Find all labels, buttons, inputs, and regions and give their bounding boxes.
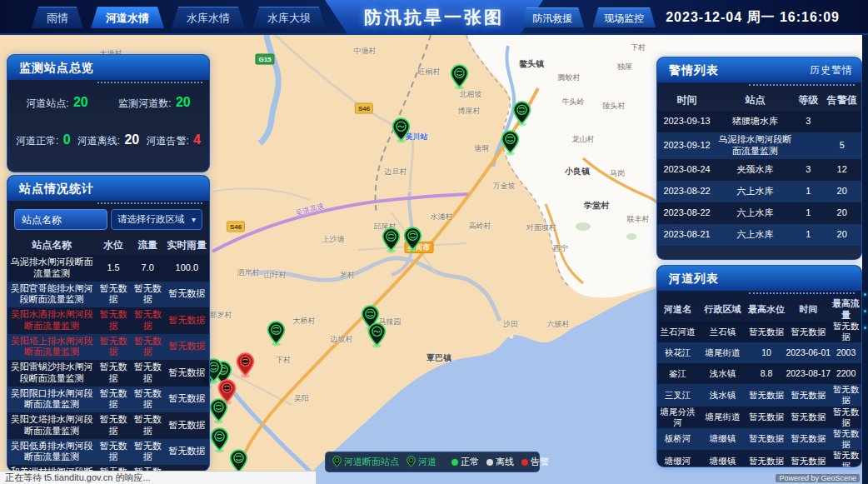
table-row[interactable]: 乌泥排水闸河段断面流量监测1.57.0100.0: [7, 255, 209, 282]
column-header: 河道名: [657, 304, 698, 316]
map-place-label: 下村: [631, 42, 646, 53]
map-marker-green-station[interactable]: [450, 64, 469, 90]
cell-value: 暂无数据: [131, 388, 165, 412]
map-place-label: 那罗村: [210, 310, 232, 321]
cell-level: 1: [794, 186, 822, 197]
column-header: 流量: [131, 239, 165, 252]
map-place-label: 吴阳: [294, 393, 309, 404]
column-header: 站点名称: [7, 237, 96, 253]
dashboard-screen: 大塘村中塘村旺榈村鳌头镇下村独屋腾蛟村牛头岭陵头村北相坡博屋村吴川站龙山村塘垌小…: [0, 0, 868, 484]
tab-水库水情[interactable]: 水库水情: [172, 7, 245, 28]
station-name-search-input[interactable]: [14, 209, 107, 230]
top-button-现场监控[interactable]: 现场监控: [592, 7, 656, 27]
tab-河道水情[interactable]: 河道水情: [91, 7, 164, 28]
map-place-label: 边旦村: [385, 167, 407, 177]
scrollbar-dot: [864, 327, 866, 329]
table-row[interactable]: 吴阳限口排水闸河段断面流量监测暂无数据暂无数据暂无数据: [7, 387, 209, 413]
scrollbar-dot: [864, 293, 866, 296]
cell-region: 塘缀镇: [698, 433, 747, 444]
map-place-label: 边坡村: [331, 334, 353, 345]
right-scrollbar[interactable]: [862, 35, 868, 484]
cell-time: 2023-09-13: [657, 116, 716, 127]
table-row[interactable]: 袂花江塘尾街道102023-06-012003: [657, 342, 861, 363]
map-marker-green-station[interactable]: [403, 227, 422, 252]
stat-item: 河道正常: 0: [16, 132, 71, 148]
table-row[interactable]: 吴阳塔上排水闸河段断面流量监测暂无数据暂无数据暂无数据: [7, 334, 209, 361]
cell-level: 暂无数据: [747, 433, 786, 444]
map-marker-green-station[interactable]: [501, 130, 520, 156]
map-place-label: 小良镇: [565, 166, 590, 177]
cell-station: 六上水库: [716, 227, 794, 242]
table-row[interactable]: 兰石河道兰石镇暂无数据暂无数据暂无数据: [657, 321, 861, 342]
scrollbar-dot: [864, 310, 866, 312]
chevron-down-icon: ▾: [192, 215, 196, 224]
map-marker-green-station[interactable]: [210, 427, 229, 453]
table-row[interactable]: 2023-08-22六上水库120: [657, 202, 861, 224]
cell-level: 1: [794, 207, 822, 219]
table-row[interactable]: 鉴江浅水镇8.82023-08-172200: [657, 363, 861, 384]
stat-value: 20: [176, 95, 191, 109]
table-row[interactable]: 板桥河塘缀镇暂无数据暂无数据暂无数据: [657, 428, 861, 450]
cell-value: 7.0: [131, 262, 165, 274]
table-row[interactable]: 吴阳官哥能排水闸河段断面流量监测暂无数据暂无数据暂无数据: [7, 282, 209, 308]
table-row[interactable]: 2023-08-21六上水库120: [657, 224, 861, 246]
map-marker-green-station[interactable]: [382, 227, 401, 253]
history-alerts-link[interactable]: 历史警情: [810, 57, 853, 82]
station-panel-title: 站点情况统计: [19, 182, 94, 195]
table-row[interactable]: 2023-09-12乌泥排水闸河段断面流量监测5: [657, 132, 861, 159]
table-row[interactable]: 吴阳低勇排水闸河段断面流量监测暂无数据暂无数据暂无数据: [7, 439, 209, 466]
cell-value: 暂无数据: [131, 441, 165, 464]
table-row[interactable]: 2023-09-13猪腰塘水库3: [657, 111, 861, 132]
cell-station: 夹颈水库: [716, 162, 794, 177]
map-marker-green-station[interactable]: [267, 321, 286, 347]
tab-水库大坝[interactable]: 水库大坝: [252, 7, 326, 28]
cell-value: 5: [822, 140, 861, 152]
map-place-label: 大桥村: [293, 316, 316, 327]
river-table-header: 河道名行政区域最高水位时间最高流量: [657, 299, 861, 321]
alert-panel-title: 警情列表: [669, 63, 719, 77]
map-place-label: 覃巴镇: [427, 352, 451, 364]
table-row[interactable]: 吴阳雷锡沙排水闸河段断面流量监测暂无数据暂无数据暂无数据: [7, 360, 209, 387]
map-marker-green-river[interactable]: [392, 117, 411, 143]
browser-status-bubble: 正在等待 t5.tianditu.gov.cn 的响应...: [0, 471, 317, 484]
cell-level: 8.8: [747, 368, 786, 379]
status-dot-icon: [486, 459, 493, 466]
legend-label: 告警: [531, 456, 549, 468]
cell-level: 暂无数据: [747, 390, 786, 401]
cell-time: 2023-06-01: [786, 347, 831, 358]
road-badge: S46: [355, 103, 373, 114]
table-row[interactable]: 2023-08-22六上水库120: [657, 181, 861, 202]
region-select-dropdown[interactable]: 请选择行政区域 ▾: [111, 209, 202, 230]
cell-value: 1.5: [96, 262, 130, 274]
top-button-防汛救援[interactable]: 防汛救援: [521, 7, 584, 27]
tab-雨情[interactable]: 雨情: [32, 7, 83, 28]
stat-value: 4: [193, 132, 201, 147]
table-row[interactable]: 吴阳水洒排水闸河段断面流量监测暂无数据暂无数据暂无数据: [7, 307, 209, 334]
top-right-controls: 防汛救援现场监控 2023-12-04 周一 16:16:09: [521, 0, 840, 35]
map-marker-green-station[interactable]: [512, 101, 531, 127]
map-place-label: 陵头村: [603, 101, 626, 112]
cell-level: 1: [794, 229, 822, 241]
table-row[interactable]: 2023-08-24夹颈水库312: [657, 159, 861, 181]
table-row[interactable]: 塘缀河塘缀镇暂无数据暂无数据暂无数据: [657, 450, 861, 467]
cell-region: 浅水镇: [698, 368, 747, 379]
map-pin-icon: [332, 456, 342, 468]
column-header: 实时雨量: [165, 239, 209, 252]
map-marker-green-river[interactable]: [367, 322, 387, 348]
map-marker-red-station[interactable]: [236, 352, 255, 378]
map-marker-green-station[interactable]: [209, 398, 228, 424]
cell-value: 100.0: [165, 262, 209, 274]
table-row[interactable]: 三叉江浅水镇暂无数据暂无数据暂无数据: [657, 384, 861, 406]
cell-value: 暂无数据: [165, 446, 209, 457]
table-row[interactable]: 吴阳文塔排水闸河段断面流量监测暂无数据暂无数据暂无数据: [7, 412, 209, 439]
cell-value: 暂无数据: [96, 441, 130, 464]
cell-value: 暂无数据: [165, 367, 209, 379]
cell-value: 12: [822, 164, 861, 176]
cell-river-name: 袂花江: [657, 347, 698, 358]
map-place-label: 高岭村: [469, 221, 491, 232]
cell-station: 六上水库: [716, 206, 794, 221]
map-place-label: 马岗: [610, 168, 625, 179]
cell-time: 暂无数据: [786, 433, 831, 444]
map-place-label: 对面坡村: [526, 222, 556, 233]
table-row[interactable]: 塘尾分洪河塘尾街道暂无数据暂无数据暂无数据: [657, 407, 861, 428]
